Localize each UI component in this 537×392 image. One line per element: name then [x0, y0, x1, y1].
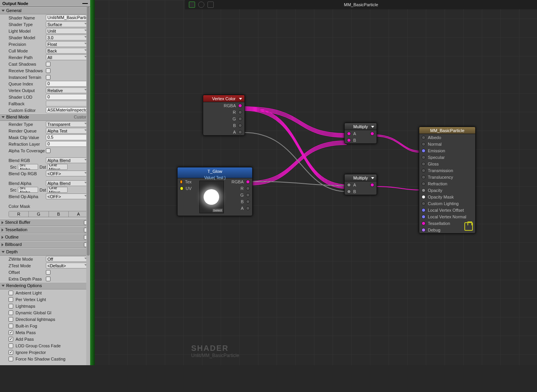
- port-a-out[interactable]: [246, 206, 250, 210]
- port-gloss-in[interactable]: [422, 162, 425, 166]
- instanced-terrain-checkbox[interactable]: [46, 75, 51, 80]
- receive-shadows-checkbox[interactable]: [46, 68, 51, 73]
- opt-meta-pass-checkbox[interactable]: [9, 330, 13, 335]
- select-button[interactable]: Select: [213, 209, 223, 212]
- port-specular-in[interactable]: [422, 155, 425, 159]
- render-queue-dropdown[interactable]: Alpha Test: [46, 128, 89, 134]
- node-tglow[interactable]: T_GlowValue( Test ) Tex UV Select RGBARG…: [177, 167, 253, 216]
- light-model-dropdown[interactable]: Unlit: [46, 28, 89, 34]
- port-out[interactable]: [370, 132, 374, 136]
- port-tessellation-in[interactable]: [422, 221, 425, 225]
- port-g-out[interactable]: [238, 117, 242, 121]
- opt-force-no-shadow-casting-checkbox[interactable]: [9, 357, 13, 361]
- port-translucency-in[interactable]: [422, 175, 425, 179]
- port-transmission-in[interactable]: [422, 169, 425, 172]
- port-custom-lighting-in[interactable]: [422, 202, 425, 206]
- save-icon[interactable]: [464, 222, 473, 231]
- opt-built-in-fog-checkbox[interactable]: [9, 324, 13, 328]
- alpha-to-coverage-checkbox[interactable]: [46, 148, 51, 153]
- preview-circle-icon[interactable]: [198, 2, 204, 8]
- port-out[interactable]: [370, 183, 374, 187]
- opt-lightmaps-checkbox[interactable]: [9, 304, 13, 308]
- opt-add-pass-checkbox[interactable]: [9, 337, 13, 341]
- chevron-down-icon[interactable]: [371, 177, 374, 179]
- port-local-vertex-offset-in[interactable]: [422, 208, 425, 212]
- node-canvas[interactable]: MM_BasicParticle Vertex Color RGBARGBA M…: [90, 0, 537, 365]
- offset-checkbox[interactable]: [46, 270, 51, 275]
- src-alpha-dropdown[interactable]: Src Alpha: [18, 187, 38, 193]
- color-mask-toggles[interactable]: RGBA: [9, 211, 89, 217]
- section-tessellation[interactable]: Tessellation: [0, 226, 90, 233]
- extra-depth-pass-checkbox[interactable]: [46, 277, 51, 281]
- cast-shadows-checkbox[interactable]: [46, 62, 51, 66]
- render-path-dropdown[interactable]: All: [46, 54, 89, 60]
- port-uv-in[interactable]: [180, 186, 183, 190]
- blend-rgb-dropdown[interactable]: Alpha Blend: [46, 157, 89, 163]
- fallback-field[interactable]: [46, 101, 89, 106]
- port-refraction-in[interactable]: [422, 182, 425, 186]
- cull-mode-dropdown[interactable]: Back: [46, 48, 89, 54]
- node-vertex-color[interactable]: Vertex Color RGBARGBA: [203, 95, 245, 136]
- port-albedo-in[interactable]: [422, 136, 425, 139]
- queue-index-field[interactable]: 0: [46, 81, 89, 87]
- port-a-out[interactable]: [238, 130, 242, 134]
- custom-editor-field[interactable]: ASEMaterialInspector: [46, 107, 89, 113]
- port-rgba-out[interactable]: [238, 104, 242, 108]
- console-icon[interactable]: [207, 2, 214, 8]
- port-g-out[interactable]: [246, 193, 250, 197]
- opt-lod-group-cross-fade-checkbox[interactable]: [9, 343, 13, 348]
- port-emission-in[interactable]: [422, 149, 425, 153]
- color-mask-r[interactable]: R: [9, 211, 28, 217]
- opt-directional-lightmaps-checkbox[interactable]: [9, 317, 13, 322]
- color-mask-b[interactable]: B: [49, 211, 68, 217]
- blend-op-alpha-dropdown[interactable]: <OFF>: [46, 193, 89, 199]
- section-depth[interactable]: Depth: [0, 248, 90, 256]
- zwrite-dropdown[interactable]: Off: [46, 256, 89, 262]
- opt-ambient-light-checkbox[interactable]: [9, 291, 13, 295]
- shader-type-dropdown[interactable]: Surface: [46, 21, 89, 27]
- port-debug-in[interactable]: [422, 228, 425, 232]
- refraction-layer-field[interactable]: 0: [46, 141, 89, 147]
- mask-clip-field[interactable]: 0.5: [46, 134, 89, 140]
- chevron-down-icon[interactable]: [239, 98, 242, 100]
- minimize-icon[interactable]: [82, 3, 88, 4]
- canvas-grip-bar[interactable]: [90, 0, 95, 365]
- live-preview-icon[interactable]: [189, 2, 195, 8]
- node-multiply-1[interactable]: Multiply A B: [344, 123, 377, 144]
- section-stencil-buffer[interactable]: Stencil Buffer: [0, 219, 90, 226]
- port-b-out[interactable]: [238, 124, 242, 127]
- chevron-down-icon[interactable]: [371, 126, 374, 128]
- port-in-b[interactable]: [347, 138, 351, 142]
- port-normal-in[interactable]: [422, 142, 425, 146]
- port-in-b[interactable]: [347, 190, 351, 193]
- render-type-dropdown[interactable]: Transparent: [46, 121, 89, 127]
- opt-per-vertex-light-checkbox[interactable]: [9, 297, 13, 302]
- section-blend-mode[interactable]: Blend ModeCustom: [0, 113, 90, 121]
- color-mask-g[interactable]: G: [28, 211, 48, 217]
- port-local-vertex-normal-in[interactable]: [422, 215, 425, 219]
- precision-dropdown[interactable]: Float: [46, 41, 89, 47]
- port-opacity-in[interactable]: [422, 188, 425, 192]
- port-opacity-mask-in[interactable]: [422, 195, 425, 199]
- shader-lod-field[interactable]: 0: [46, 94, 89, 100]
- ztest-dropdown[interactable]: <Default>: [46, 263, 89, 268]
- src-rgb-dropdown[interactable]: Src Alpha: [18, 164, 38, 170]
- section-outline[interactable]: Outline: [0, 233, 90, 241]
- shader-model-dropdown[interactable]: 3.0: [46, 35, 89, 40]
- inspector-scrollbar[interactable]: [86, 7, 90, 365]
- dst-alpha-dropdown[interactable]: One Minus: [47, 187, 68, 193]
- node-multiply-2[interactable]: Multiply A B: [344, 174, 377, 195]
- port-in-a[interactable]: [347, 132, 351, 136]
- shader-name-field[interactable]: Unlit/MM_BasicParticle: [46, 15, 89, 21]
- port-in-a[interactable]: [347, 183, 351, 187]
- section-general[interactable]: General: [0, 7, 90, 14]
- section-billboard[interactable]: Billboard: [0, 241, 90, 248]
- color-mask-a[interactable]: A: [68, 211, 88, 217]
- dst-rgb-dropdown[interactable]: One Minus: [47, 164, 68, 170]
- port-b-out[interactable]: [246, 200, 250, 204]
- vertex-output-dropdown[interactable]: Relative: [46, 87, 89, 93]
- blend-op-rgb-dropdown[interactable]: <OFF>: [46, 171, 89, 176]
- opt-ignore-projector-checkbox[interactable]: [9, 350, 13, 355]
- section-rendering-options[interactable]: Rendering Options: [0, 282, 90, 289]
- opt-dynamic-global-gi-checkbox[interactable]: [9, 310, 13, 315]
